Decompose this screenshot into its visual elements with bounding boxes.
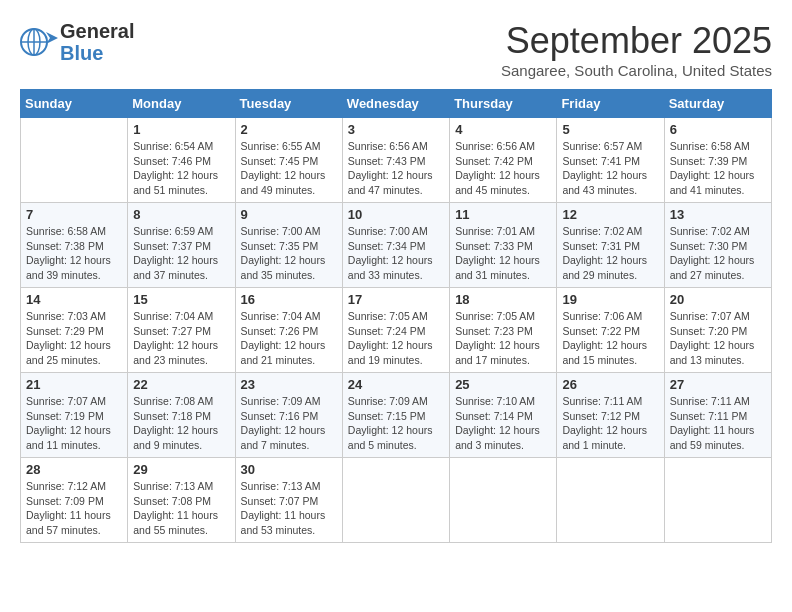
day-number: 9 xyxy=(241,207,337,222)
calendar-header-row: SundayMondayTuesdayWednesdayThursdayFrid… xyxy=(21,90,772,118)
day-info: Sunrise: 7:00 AMSunset: 7:34 PMDaylight:… xyxy=(348,224,444,283)
calendar-cell: 23Sunrise: 7:09 AMSunset: 7:16 PMDayligh… xyxy=(235,373,342,458)
day-number: 11 xyxy=(455,207,551,222)
day-number: 25 xyxy=(455,377,551,392)
day-info: Sunrise: 7:02 AMSunset: 7:30 PMDaylight:… xyxy=(670,224,766,283)
day-info: Sunrise: 6:59 AMSunset: 7:37 PMDaylight:… xyxy=(133,224,229,283)
calendar-cell: 5Sunrise: 6:57 AMSunset: 7:41 PMDaylight… xyxy=(557,118,664,203)
day-info: Sunrise: 7:08 AMSunset: 7:18 PMDaylight:… xyxy=(133,394,229,453)
calendar-cell: 10Sunrise: 7:00 AMSunset: 7:34 PMDayligh… xyxy=(342,203,449,288)
day-info: Sunrise: 7:05 AMSunset: 7:24 PMDaylight:… xyxy=(348,309,444,368)
day-info: Sunrise: 7:07 AMSunset: 7:20 PMDaylight:… xyxy=(670,309,766,368)
day-number: 10 xyxy=(348,207,444,222)
day-number: 7 xyxy=(26,207,122,222)
day-number: 12 xyxy=(562,207,658,222)
calendar-header-monday: Monday xyxy=(128,90,235,118)
calendar-header-tuesday: Tuesday xyxy=(235,90,342,118)
calendar-header-wednesday: Wednesday xyxy=(342,90,449,118)
calendar-cell: 4Sunrise: 6:56 AMSunset: 7:42 PMDaylight… xyxy=(450,118,557,203)
calendar-week-row: 28Sunrise: 7:12 AMSunset: 7:09 PMDayligh… xyxy=(21,458,772,543)
day-info: Sunrise: 7:04 AMSunset: 7:26 PMDaylight:… xyxy=(241,309,337,368)
page-header: General Blue September 2025 Sangaree, So… xyxy=(20,20,772,79)
day-info: Sunrise: 6:54 AMSunset: 7:46 PMDaylight:… xyxy=(133,139,229,198)
day-info: Sunrise: 7:09 AMSunset: 7:16 PMDaylight:… xyxy=(241,394,337,453)
day-number: 1 xyxy=(133,122,229,137)
calendar-cell: 3Sunrise: 6:56 AMSunset: 7:43 PMDaylight… xyxy=(342,118,449,203)
day-number: 2 xyxy=(241,122,337,137)
calendar-cell: 1Sunrise: 6:54 AMSunset: 7:46 PMDaylight… xyxy=(128,118,235,203)
calendar-cell: 29Sunrise: 7:13 AMSunset: 7:08 PMDayligh… xyxy=(128,458,235,543)
month-title: September 2025 xyxy=(501,20,772,62)
day-info: Sunrise: 7:07 AMSunset: 7:19 PMDaylight:… xyxy=(26,394,122,453)
calendar-cell: 8Sunrise: 6:59 AMSunset: 7:37 PMDaylight… xyxy=(128,203,235,288)
day-number: 19 xyxy=(562,292,658,307)
day-number: 16 xyxy=(241,292,337,307)
logo-blue: Blue xyxy=(60,42,134,64)
calendar-cell xyxy=(557,458,664,543)
day-info: Sunrise: 7:05 AMSunset: 7:23 PMDaylight:… xyxy=(455,309,551,368)
day-number: 22 xyxy=(133,377,229,392)
logo: General Blue xyxy=(20,20,134,64)
calendar-cell: 18Sunrise: 7:05 AMSunset: 7:23 PMDayligh… xyxy=(450,288,557,373)
calendar-cell: 17Sunrise: 7:05 AMSunset: 7:24 PMDayligh… xyxy=(342,288,449,373)
day-number: 4 xyxy=(455,122,551,137)
calendar-header-friday: Friday xyxy=(557,90,664,118)
calendar-week-row: 14Sunrise: 7:03 AMSunset: 7:29 PMDayligh… xyxy=(21,288,772,373)
day-info: Sunrise: 6:56 AMSunset: 7:43 PMDaylight:… xyxy=(348,139,444,198)
day-info: Sunrise: 7:11 AMSunset: 7:11 PMDaylight:… xyxy=(670,394,766,453)
day-info: Sunrise: 7:04 AMSunset: 7:27 PMDaylight:… xyxy=(133,309,229,368)
day-number: 26 xyxy=(562,377,658,392)
day-number: 23 xyxy=(241,377,337,392)
day-number: 14 xyxy=(26,292,122,307)
day-info: Sunrise: 7:13 AMSunset: 7:08 PMDaylight:… xyxy=(133,479,229,538)
calendar-cell: 27Sunrise: 7:11 AMSunset: 7:11 PMDayligh… xyxy=(664,373,771,458)
day-info: Sunrise: 6:58 AMSunset: 7:38 PMDaylight:… xyxy=(26,224,122,283)
day-info: Sunrise: 7:09 AMSunset: 7:15 PMDaylight:… xyxy=(348,394,444,453)
calendar-cell: 16Sunrise: 7:04 AMSunset: 7:26 PMDayligh… xyxy=(235,288,342,373)
calendar-cell: 14Sunrise: 7:03 AMSunset: 7:29 PMDayligh… xyxy=(21,288,128,373)
calendar-cell: 20Sunrise: 7:07 AMSunset: 7:20 PMDayligh… xyxy=(664,288,771,373)
day-number: 21 xyxy=(26,377,122,392)
title-block: September 2025 Sangaree, South Carolina,… xyxy=(501,20,772,79)
calendar-week-row: 1Sunrise: 6:54 AMSunset: 7:46 PMDaylight… xyxy=(21,118,772,203)
day-info: Sunrise: 7:01 AMSunset: 7:33 PMDaylight:… xyxy=(455,224,551,283)
day-number: 30 xyxy=(241,462,337,477)
calendar-cell: 30Sunrise: 7:13 AMSunset: 7:07 PMDayligh… xyxy=(235,458,342,543)
calendar-cell xyxy=(342,458,449,543)
calendar-cell: 24Sunrise: 7:09 AMSunset: 7:15 PMDayligh… xyxy=(342,373,449,458)
day-number: 8 xyxy=(133,207,229,222)
calendar-cell: 9Sunrise: 7:00 AMSunset: 7:35 PMDaylight… xyxy=(235,203,342,288)
calendar-cell: 22Sunrise: 7:08 AMSunset: 7:18 PMDayligh… xyxy=(128,373,235,458)
day-number: 5 xyxy=(562,122,658,137)
day-number: 29 xyxy=(133,462,229,477)
day-info: Sunrise: 7:00 AMSunset: 7:35 PMDaylight:… xyxy=(241,224,337,283)
calendar-cell: 13Sunrise: 7:02 AMSunset: 7:30 PMDayligh… xyxy=(664,203,771,288)
calendar-cell: 6Sunrise: 6:58 AMSunset: 7:39 PMDaylight… xyxy=(664,118,771,203)
day-number: 15 xyxy=(133,292,229,307)
day-number: 27 xyxy=(670,377,766,392)
logo-general: General xyxy=(60,20,134,42)
day-number: 6 xyxy=(670,122,766,137)
calendar-cell: 25Sunrise: 7:10 AMSunset: 7:14 PMDayligh… xyxy=(450,373,557,458)
day-info: Sunrise: 7:11 AMSunset: 7:12 PMDaylight:… xyxy=(562,394,658,453)
calendar-cell xyxy=(664,458,771,543)
calendar-header-saturday: Saturday xyxy=(664,90,771,118)
logo-icon xyxy=(20,24,58,60)
calendar-cell: 28Sunrise: 7:12 AMSunset: 7:09 PMDayligh… xyxy=(21,458,128,543)
day-info: Sunrise: 7:02 AMSunset: 7:31 PMDaylight:… xyxy=(562,224,658,283)
day-number: 20 xyxy=(670,292,766,307)
day-number: 17 xyxy=(348,292,444,307)
calendar-cell: 21Sunrise: 7:07 AMSunset: 7:19 PMDayligh… xyxy=(21,373,128,458)
day-info: Sunrise: 7:06 AMSunset: 7:22 PMDaylight:… xyxy=(562,309,658,368)
day-info: Sunrise: 7:13 AMSunset: 7:07 PMDaylight:… xyxy=(241,479,337,538)
calendar-week-row: 7Sunrise: 6:58 AMSunset: 7:38 PMDaylight… xyxy=(21,203,772,288)
calendar-cell: 7Sunrise: 6:58 AMSunset: 7:38 PMDaylight… xyxy=(21,203,128,288)
day-info: Sunrise: 6:56 AMSunset: 7:42 PMDaylight:… xyxy=(455,139,551,198)
calendar-cell: 12Sunrise: 7:02 AMSunset: 7:31 PMDayligh… xyxy=(557,203,664,288)
day-number: 28 xyxy=(26,462,122,477)
day-info: Sunrise: 7:10 AMSunset: 7:14 PMDaylight:… xyxy=(455,394,551,453)
day-info: Sunrise: 6:55 AMSunset: 7:45 PMDaylight:… xyxy=(241,139,337,198)
day-info: Sunrise: 6:57 AMSunset: 7:41 PMDaylight:… xyxy=(562,139,658,198)
day-info: Sunrise: 7:03 AMSunset: 7:29 PMDaylight:… xyxy=(26,309,122,368)
day-number: 18 xyxy=(455,292,551,307)
